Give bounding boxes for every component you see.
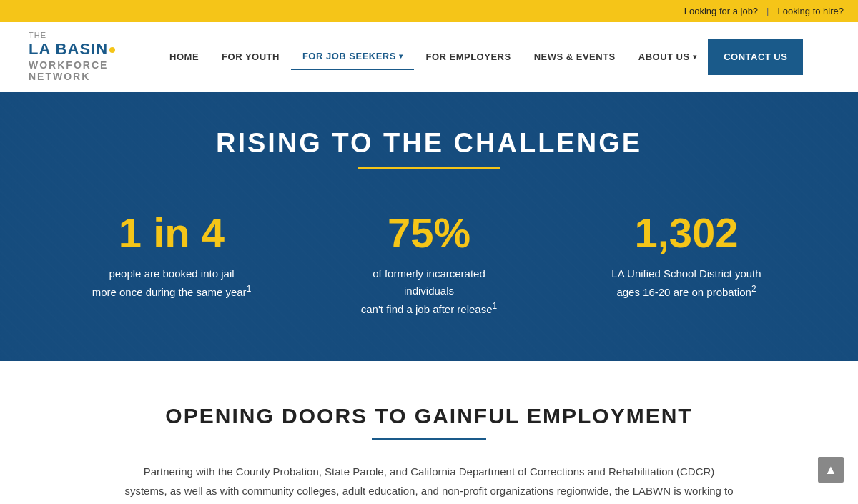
stat-2: 75% of formerly incarcerated individuals… — [300, 198, 558, 332]
chevron-down-icon: ▾ — [399, 52, 403, 60]
nav-for-employers[interactable]: FOR EMPLOYERS — [414, 44, 522, 69]
stat-3-number: 1,302 — [579, 212, 794, 254]
logo-the: THE — [29, 31, 115, 40]
stat-3-desc: LA Unified School District youth ages 16… — [579, 265, 794, 301]
hero-underline — [358, 167, 500, 169]
stats-container: 1 in 4 people are booked into jail more … — [29, 198, 829, 332]
nav-for-youth[interactable]: FOR YOUTH — [210, 44, 291, 69]
main-nav: HOME FOR YOUTH FOR JOB SEEKERS ▾ FOR EMP… — [158, 39, 803, 75]
opening-body: Partnering with the County Probation, St… — [122, 462, 736, 504]
opening-underline — [372, 438, 486, 440]
chevron-down-icon-about: ▾ — [693, 53, 697, 61]
hero-content: RISING TO THE CHALLENGE 1 in 4 people ar… — [0, 92, 858, 361]
opening-section: OPENING DOORS TO GAINFUL EMPLOYMENT Part… — [0, 361, 858, 504]
nav-home[interactable]: HOME — [158, 44, 210, 69]
stat-1: 1 in 4 people are booked into jail more … — [43, 198, 300, 332]
looking-for-job-link[interactable]: Looking for a job? — [684, 6, 758, 16]
logo[interactable]: THE LA BASIN WORKFORCE NETWORK — [29, 31, 115, 83]
stat-2-number: 75% — [322, 212, 536, 254]
stat-3: 1,302 LA Unified School District youth a… — [558, 198, 815, 332]
logo-la: LA BASIN — [29, 40, 115, 59]
top-bar: Looking for a job? | Looking to hire? — [0, 0, 858, 22]
logo-dot — [109, 47, 115, 53]
logo-network: NETWORK — [29, 71, 115, 83]
hero-title: RISING TO THE CHALLENGE — [29, 128, 829, 159]
looking-to-hire-link[interactable]: Looking to hire? — [777, 6, 844, 16]
hero-section: RISING TO THE CHALLENGE 1 in 4 people ar… — [0, 92, 858, 361]
stat-1-desc: people are booked into jail more once du… — [64, 265, 279, 301]
nav-about-us[interactable]: ABOUT US ▾ — [627, 44, 708, 69]
nav-for-job-seekers[interactable]: FOR JOB SEEKERS ▾ — [291, 44, 415, 70]
nav-contact-us[interactable]: CONTACT US — [708, 39, 803, 75]
opening-title: OPENING DOORS TO GAINFUL EMPLOYMENT — [29, 404, 829, 428]
header: THE LA BASIN WORKFORCE NETWORK HOME FOR … — [0, 22, 858, 92]
nav-news-events[interactable]: NEWS & EVENTS — [523, 44, 627, 69]
top-bar-divider: | — [766, 6, 769, 16]
stat-2-desc: of formerly incarcerated individuals can… — [322, 265, 536, 318]
stat-1-number: 1 in 4 — [64, 212, 279, 254]
logo-workforce: WORKFORCE — [29, 59, 115, 71]
scroll-to-top-button[interactable]: ▲ — [818, 457, 844, 483]
